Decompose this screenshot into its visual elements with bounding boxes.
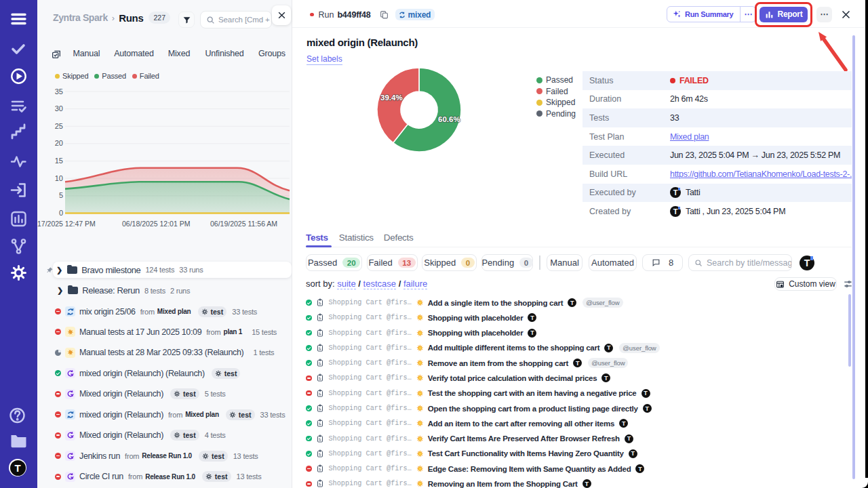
svg-text:5: 5 [59, 191, 63, 199]
svg-text:20: 20 [55, 139, 63, 147]
svg-text:39.4%: 39.4% [380, 94, 403, 102]
svg-text:35: 35 [55, 87, 63, 96]
svg-text:30: 30 [55, 104, 63, 113]
svg-text:15: 15 [55, 157, 63, 165]
svg-text:25: 25 [55, 122, 63, 130]
svg-text:60.6%: 60.6% [438, 115, 460, 123]
svg-text:10: 10 [55, 174, 63, 182]
svg-text:0: 0 [59, 209, 63, 217]
